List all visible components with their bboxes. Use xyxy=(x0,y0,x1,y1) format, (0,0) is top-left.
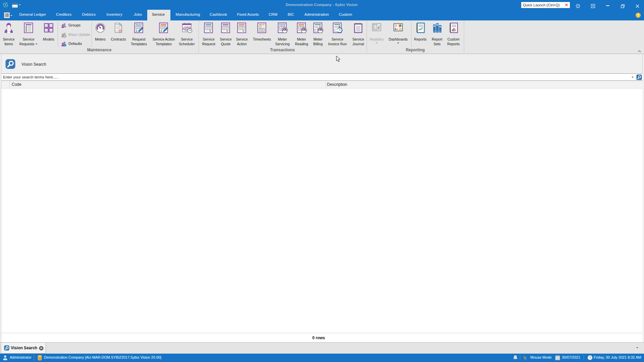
svg-text:?: ? xyxy=(577,5,579,8)
svg-text:?: ? xyxy=(637,13,639,17)
